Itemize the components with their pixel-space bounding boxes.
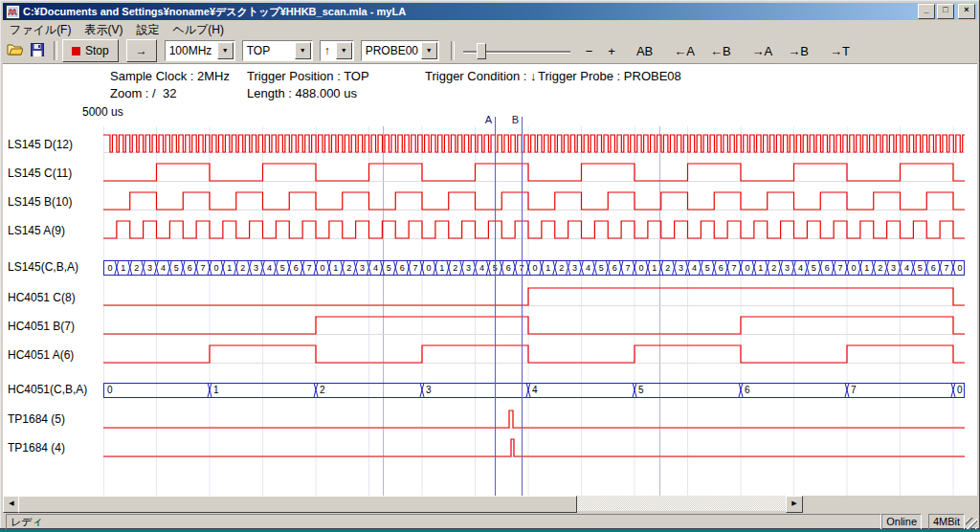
channel-label: HC4051(C,B,A): [8, 383, 87, 396]
length-info: Length : 488.000 us: [247, 86, 357, 100]
channel-label: HC4051 B(7): [8, 320, 75, 333]
channel-label: LS145 D(12): [8, 138, 73, 151]
channel-label: LS145 A(9): [8, 224, 65, 237]
save-button[interactable]: [26, 40, 49, 61]
title-bar[interactable]: C:¥Documents and Settings¥noname¥デスクトップ¥…: [3, 3, 977, 20]
menu-help[interactable]: ヘルプ(H): [166, 21, 231, 39]
scrollbar-thumb[interactable]: [18, 496, 577, 513]
trigger-edge-value: ↑: [321, 44, 335, 57]
stop-button[interactable]: Stop: [62, 39, 119, 62]
zoom-out-button[interactable]: −: [581, 42, 598, 60]
channel-label: HC4051 A(6): [8, 348, 74, 362]
stop-button-label: Stop: [85, 44, 109, 57]
toolbar-separator: [451, 41, 455, 60]
zoom-slider[interactable]: [463, 40, 570, 61]
toolbar: Stop → 100MHz ▼ TOP ▼ ↑ ▼ PROBE00 ▼ − + …: [3, 38, 977, 64]
zoom-info: Zoom : / 32: [110, 86, 176, 100]
next-b-button[interactable]: →B: [783, 42, 813, 60]
goto-trigger-button[interactable]: →T: [825, 42, 855, 60]
channel-label: TP1684 (4): [8, 441, 65, 454]
status-bar: レディ Online 4MBit: [3, 513, 977, 529]
run-arrow-icon: →: [136, 44, 147, 57]
trigger-probe-info: Trigger Probe : PROBE08: [538, 69, 681, 83]
time-scale-label: 5000 us: [82, 105, 123, 119]
online-status-badge: Online: [881, 514, 922, 529]
channel-label: LS145 C(11): [8, 166, 72, 180]
menu-file[interactable]: ファイル(F): [3, 21, 78, 39]
app-window: C:¥Documents and Settings¥noname¥デスクトップ¥…: [0, 0, 980, 529]
probe-select[interactable]: PROBE00 ▼: [361, 40, 439, 61]
zoom-in-button[interactable]: +: [603, 42, 620, 60]
close-button[interactable]: ×: [958, 4, 975, 19]
prev-b-button[interactable]: ←B: [705, 42, 736, 60]
menu-view[interactable]: 表示(V): [78, 21, 129, 39]
chevron-down-icon[interactable]: ▼: [217, 42, 234, 59]
next-a-button[interactable]: →A: [747, 42, 778, 60]
status-message: レディ: [6, 514, 881, 529]
trigger-position-value: TOP: [243, 44, 294, 57]
waveform-area[interactable]: [3, 64, 977, 496]
stop-icon: [72, 47, 80, 55]
open-button[interactable]: [3, 40, 26, 61]
chevron-down-icon[interactable]: ▼: [336, 42, 352, 59]
run-button[interactable]: →: [126, 39, 157, 62]
probe-select-value: PROBE00: [362, 44, 420, 57]
trigger-position-info: Trigger Position : TOP: [247, 69, 369, 83]
menu-bar: ファイル(F) 表示(V) 設定 ヘルプ(H): [3, 21, 977, 38]
ab-cursors-button[interactable]: AB: [632, 42, 657, 60]
resize-grip-icon[interactable]: [966, 518, 977, 529]
trigger-edge-select[interactable]: ↑ ▼: [320, 40, 354, 61]
channel-label: HC4051 C(8): [8, 291, 76, 304]
chevron-down-icon[interactable]: ▼: [421, 42, 437, 59]
clock-select[interactable]: 100MHz ▼: [165, 40, 235, 61]
horizontal-scrollbar[interactable]: ◀ ▶: [3, 496, 803, 511]
app-icon[interactable]: [6, 5, 20, 19]
prev-a-button[interactable]: ←A: [669, 42, 700, 60]
channel-label: LS145(C,B,A): [8, 260, 78, 274]
chevron-down-icon[interactable]: ▼: [295, 42, 311, 59]
scroll-right-button[interactable]: ▶: [786, 496, 803, 513]
floppy-disk-icon: [31, 43, 44, 59]
maximize-button[interactable]: □: [937, 4, 954, 19]
channel-label: LS145 B(10): [8, 195, 72, 209]
toolbar-separator: [54, 41, 57, 60]
memory-status-badge: 4MBit: [928, 514, 965, 529]
channel-label: TP1684 (5): [8, 412, 65, 426]
menu-settings[interactable]: 設定: [129, 21, 166, 39]
window-title: C:¥Documents and Settings¥noname¥デスクトップ¥…: [23, 5, 916, 19]
trigger-condition-info: Trigger Condition : ↓: [425, 69, 537, 83]
trigger-position-select[interactable]: TOP ▼: [242, 40, 313, 61]
clock-select-value: 100MHz: [166, 44, 216, 57]
sample-clock-info: Sample Clock : 2MHz: [110, 69, 230, 83]
open-folder-icon: [7, 43, 23, 58]
minimize-button[interactable]: _: [918, 4, 935, 19]
zoom-slider-thumb[interactable]: [477, 43, 486, 59]
